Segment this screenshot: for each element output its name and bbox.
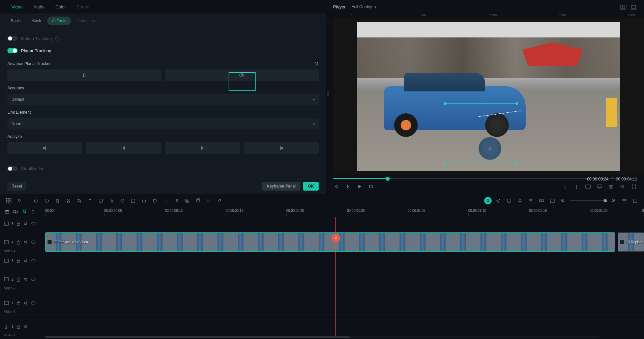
subtab-mask[interactable]: Mask — [27, 17, 46, 25]
subtab-basic[interactable]: Basic — [6, 17, 25, 25]
mute-icon[interactable] — [24, 301, 28, 305]
redo-icon[interactable] — [43, 197, 51, 205]
planar-tracking-toggle[interactable] — [7, 48, 18, 53]
volume-icon[interactable] — [619, 183, 626, 190]
timeline-scrollbar-thumb[interactable] — [45, 336, 350, 338]
color-icon[interactable] — [129, 197, 137, 205]
preview-canvas[interactable] — [333, 18, 644, 175]
mute-icon[interactable] — [24, 258, 28, 263]
track-icon[interactable] — [151, 197, 159, 205]
tl-magnet-icon[interactable] — [22, 209, 27, 215]
svg-rect-8 — [6, 198, 8, 200]
subtab-ai-tools[interactable]: AI Tools — [47, 17, 71, 25]
magnifier[interactable] — [478, 137, 501, 160]
stabilization-toggle[interactable] — [7, 166, 18, 171]
bracket-in-icon[interactable]: { — [562, 183, 568, 190]
copy-icon[interactable] — [194, 197, 202, 205]
keyframe-panel-button[interactable]: Keyframe Panel — [262, 182, 300, 191]
analyze-forward-button[interactable] — [165, 142, 240, 154]
fullscreen-icon[interactable] — [631, 183, 637, 190]
effects-icon[interactable] — [108, 197, 116, 205]
scrubber-thumb[interactable] — [386, 177, 390, 181]
prev-frame-button[interactable] — [333, 183, 340, 190]
next-frame-button[interactable] — [345, 183, 351, 190]
lock-icon[interactable] — [16, 277, 21, 282]
hide-icon[interactable] — [31, 277, 36, 282]
speed-icon[interactable] — [140, 197, 148, 205]
cut-icon[interactable] — [64, 197, 72, 205]
render-icon[interactable] — [548, 197, 556, 205]
auto-ripple-button[interactable] — [484, 197, 492, 204]
hide-icon[interactable] — [31, 240, 36, 245]
grid-view-icon[interactable] — [620, 197, 628, 205]
compare-icon[interactable] — [619, 4, 626, 10]
clip-main[interactable]: 09 Replace Your Video — [45, 232, 615, 252]
bracket-out-icon[interactable]: } — [573, 183, 580, 190]
link-icon[interactable] — [215, 197, 224, 205]
mute-icon[interactable] — [24, 221, 28, 226]
camera-icon[interactable] — [608, 183, 614, 190]
tab-audio[interactable]: Audio — [28, 2, 50, 12]
lock-icon[interactable] — [16, 240, 21, 245]
delete-icon[interactable] — [54, 197, 62, 205]
mic-icon[interactable] — [516, 197, 524, 205]
text-icon[interactable] — [86, 197, 94, 205]
list-icon[interactable] — [527, 197, 535, 205]
lock-icon[interactable] — [16, 324, 21, 329]
reset-icon[interactable] — [314, 61, 319, 66]
tab-video[interactable]: Video — [6, 2, 28, 12]
settings-icon[interactable] — [494, 197, 502, 205]
fit-icon[interactable] — [631, 197, 639, 205]
hide-icon[interactable] — [31, 258, 36, 263]
motion-tracking-toggle[interactable] — [7, 36, 18, 41]
lock-icon[interactable] — [16, 258, 21, 263]
toolbox-icon[interactable] — [5, 197, 13, 205]
delete-tracker-button[interactable] — [7, 69, 161, 81]
stop-button[interactable] — [368, 183, 374, 190]
zoom-slider[interactable] — [570, 200, 607, 201]
quality-select[interactable]: Full Quality ▾ — [352, 4, 376, 9]
svg-rect-44 — [4, 259, 8, 262]
tl-options-icon[interactable] — [4, 209, 9, 215]
play-button[interactable] — [356, 183, 363, 190]
clip-secondary[interactable]: 13 Replace Y — [618, 232, 644, 252]
analyze-back-all-button[interactable] — [7, 142, 82, 154]
ratio-icon[interactable] — [585, 183, 591, 190]
zoom-thumb[interactable] — [604, 199, 607, 202]
link-element-select[interactable]: None ▾ — [7, 118, 319, 130]
ok-button[interactable]: OK — [303, 182, 319, 191]
tab-color[interactable]: Color — [50, 2, 71, 12]
analyze-back-button[interactable] — [86, 142, 161, 154]
adjust-icon[interactable] — [172, 197, 180, 205]
timeline-scrollbar[interactable] — [45, 336, 599, 338]
undo-icon[interactable] — [32, 197, 40, 205]
mute-icon[interactable] — [24, 240, 28, 245]
timeline-ruler[interactable]: 00:00 00:00:00:05 00:00:00:10 00:00:00:1… — [45, 207, 644, 217]
snapshot-icon[interactable] — [630, 4, 637, 10]
group-icon[interactable] — [183, 197, 191, 205]
tab-speed: Speed — [71, 2, 95, 12]
accuracy-select[interactable]: Default ▾ — [7, 94, 319, 105]
mute-icon[interactable] — [24, 277, 28, 282]
preview-tracker-button[interactable] — [165, 69, 319, 81]
lock-icon[interactable] — [16, 221, 21, 226]
svg-rect-29 — [542, 200, 544, 202]
select-icon[interactable] — [16, 197, 24, 205]
tl-marker-icon[interactable] — [30, 209, 36, 215]
hide-icon[interactable] — [31, 221, 36, 226]
mute-icon[interactable] — [24, 324, 28, 329]
motion-tracking-label: Motion Tracking — [21, 36, 52, 41]
shield-icon[interactable] — [505, 197, 513, 205]
tl-overlap-icon[interactable] — [13, 209, 18, 215]
sticker-icon[interactable] — [97, 197, 105, 205]
crop-icon[interactable] — [75, 197, 83, 205]
transition-icon[interactable] — [118, 197, 126, 205]
zoom-out-icon[interactable] — [559, 197, 567, 205]
zoom-in-icon[interactable] — [610, 197, 618, 205]
display-icon[interactable] — [596, 183, 603, 190]
lock-icon[interactable] — [16, 301, 21, 305]
analyze-forward-all-button[interactable] — [244, 142, 319, 154]
reset-button[interactable]: Reset — [7, 182, 26, 191]
hide-icon[interactable] — [31, 301, 36, 305]
mixer-icon[interactable] — [537, 197, 546, 205]
